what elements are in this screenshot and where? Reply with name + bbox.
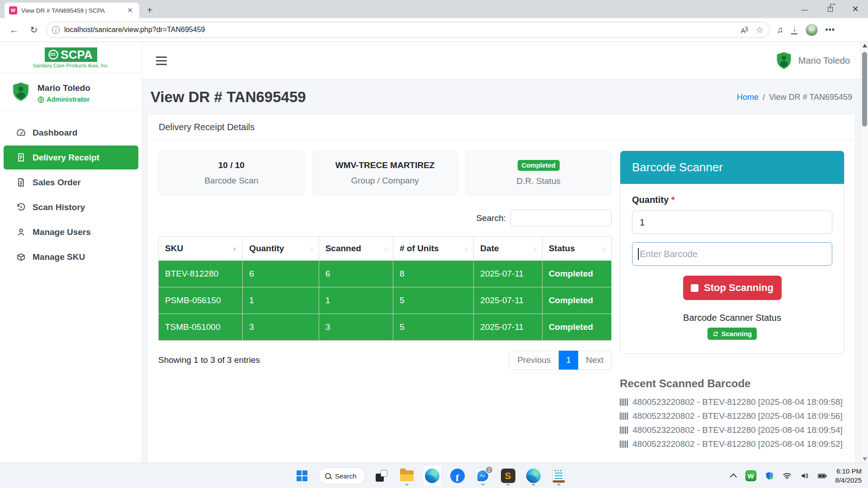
read-aloud-icon[interactable]: A)‌) <box>741 25 748 34</box>
menu-dots-icon[interactable]: ••• <box>825 25 835 35</box>
recent-scanned-title: Recent Scanned Barcode <box>620 377 844 390</box>
sidebar-item-manage-sku[interactable]: Manage SKU <box>4 245 138 269</box>
new-tab-icon[interactable]: + <box>147 5 152 15</box>
windows-taskbar: Search f 3 S W 6:10 PM 8/4/2025 <box>0 463 868 488</box>
taskbar-clock[interactable]: 6:10 PM 8/4/2025 <box>835 467 862 485</box>
address-bar[interactable]: i localhost/sanicare/view.php?dr=TAN6954… <box>46 22 769 38</box>
app-viewport: SCPA Sanitary Care Products Asia, Inc. M… <box>0 42 868 463</box>
topbar-user[interactable]: Mario Toledo <box>775 51 850 70</box>
minimize-icon[interactable]: — <box>792 0 817 18</box>
file-explorer-button[interactable] <box>398 465 416 486</box>
media-controls-icon[interactable]: ♫ <box>777 25 783 35</box>
refresh-icon[interactable]: ↻ <box>26 22 42 38</box>
breadcrumb-current: View DR # TAN695459 <box>769 93 852 102</box>
messenger-button[interactable]: 3 <box>474 465 492 486</box>
scrollbar-thumb[interactable] <box>862 52 867 127</box>
toolbar-right: ♫ ↓ ••• <box>774 24 835 36</box>
windows-security-icon[interactable] <box>765 471 774 480</box>
col-units[interactable]: # of Units↑↓ <box>393 237 474 261</box>
table-row[interactable]: TSMB-0510003352025-07-11Completed <box>159 314 612 341</box>
col-quantity[interactable]: Quantity↑↓ <box>243 237 319 261</box>
col-sku[interactable]: SKU↑↓ <box>159 237 243 261</box>
sidebar-item-dashboard[interactable]: Dashboard <box>4 121 138 145</box>
top-bar: Mario Toledo <box>142 42 868 80</box>
table-footer: Showing 1 to 3 of 3 entries Previous 1 N… <box>158 351 612 370</box>
sidebar-item-scan-history[interactable]: Scan History <box>4 195 138 219</box>
url-text[interactable]: localhost/sanicare/view.php?dr=TAN695459 <box>64 26 736 34</box>
delivery-receipt-card: Delivery Receipt Details 10 / 10 Barcode… <box>147 114 856 463</box>
downloads-icon[interactable]: ↓ <box>790 26 798 34</box>
table-row[interactable]: BTEV-8122806682025-07-11Completed <box>159 261 612 287</box>
stat-group-company: WMV-TRECE MARTIREZ Group / Company <box>312 150 458 195</box>
stop-scanning-button[interactable]: Stop Scanning <box>683 276 782 300</box>
history-icon <box>16 202 26 212</box>
folder-icon <box>400 470 414 481</box>
scroll-down-arrow-icon[interactable] <box>863 457 867 461</box>
sidebar-item-sales-order[interactable]: Sales Order <box>4 170 138 194</box>
barcode-scanner-card: Barcode Scanner Quantity * <box>620 150 844 354</box>
app-sidebar: SCPA Sanitary Care Products Asia, Inc. M… <box>0 42 142 463</box>
sort-icon: ↑↓ <box>464 245 467 252</box>
breadcrumb-separator: / <box>763 93 765 102</box>
pagination-previous[interactable]: Previous <box>509 351 559 370</box>
search-input[interactable] <box>510 210 612 226</box>
sublime-icon: S <box>501 469 515 483</box>
tab-title: View DR # TAN695459 | SCPA <box>21 7 121 14</box>
taskbar-search[interactable]: Search <box>318 467 365 484</box>
battery-charging-icon[interactable] <box>818 471 827 480</box>
start-button[interactable] <box>293 465 311 486</box>
sort-icon: ↑↓ <box>383 245 387 252</box>
sublime-text-button[interactable]: S <box>499 465 517 486</box>
facebook-icon: f <box>450 469 465 483</box>
stat-boxes: 10 / 10 Barcode Scan WMV-TRECE MARTIREZ … <box>158 150 612 195</box>
tray-chevron-icon[interactable] <box>730 473 737 480</box>
task-view-button[interactable] <box>373 465 391 486</box>
pagination-page-1[interactable]: 1 <box>559 351 578 370</box>
sort-icon: ↑↓ <box>233 245 236 252</box>
recent-scan-item: 4800523220802 - BTEV-812280 [2025-08-04 … <box>620 425 844 435</box>
messenger-icon: 3 <box>475 468 491 483</box>
table-header-row: SKU↑↓ Quantity↑↓ Scanned↑↓ # of Units↑↓ … <box>159 237 612 261</box>
quantity-input[interactable] <box>632 211 832 234</box>
restore-icon[interactable] <box>817 0 843 18</box>
page-info-icon[interactable]: i <box>52 26 60 34</box>
edge-browser-button-active[interactable] <box>423 465 441 486</box>
pagination-next[interactable]: Next <box>578 351 612 370</box>
col-scanned[interactable]: Scanned↑↓ <box>319 237 393 261</box>
breadcrumb-home-link[interactable]: Home <box>737 93 759 102</box>
col-status[interactable]: Status↑↓ <box>542 237 611 261</box>
sidebar-item-manage-users[interactable]: Manage Users <box>4 220 138 244</box>
edge-icon <box>526 469 541 483</box>
barcode-input[interactable] <box>632 242 832 266</box>
notepad-icon <box>552 469 565 483</box>
edge-browser-button-2[interactable] <box>524 465 542 486</box>
tab-close-icon[interactable]: ✕ <box>125 6 135 14</box>
close-window-icon[interactable]: ✕ <box>843 0 868 18</box>
scroll-up-arrow-icon[interactable] <box>863 44 867 47</box>
barcode-icon <box>620 399 629 406</box>
pagination: Previous 1 Next <box>509 351 612 370</box>
hamburger-menu-icon[interactable] <box>156 56 167 65</box>
sidebar-item-delivery-receipt[interactable]: Delivery Receipt <box>4 145 138 169</box>
browser-tab[interactable]: W View DR # TAN695459 | SCPA ✕ <box>5 3 139 18</box>
facebook-button[interactable]: f <box>448 465 467 486</box>
logo-tagline: Sanitary Care Products Asia, Inc. <box>0 63 142 68</box>
favorite-star-icon[interactable]: ☆ <box>756 25 764 35</box>
back-icon[interactable]: ← <box>6 22 22 38</box>
wifi-icon[interactable] <box>783 471 792 480</box>
page-scrollbar[interactable] <box>860 42 868 463</box>
clock-date: 8/4/2025 <box>835 476 862 485</box>
table-row[interactable]: PSMB-0561501152025-07-11Completed <box>159 287 612 314</box>
col-date[interactable]: Date↑↓ <box>474 237 542 261</box>
volume-icon[interactable] <box>800 471 809 480</box>
notepad-button[interactable] <box>550 465 568 486</box>
brand-logo[interactable]: SCPA Sanitary Care Products Asia, Inc. <box>0 42 142 73</box>
wampserver-tray-icon[interactable]: W <box>745 470 756 481</box>
profile-avatar[interactable] <box>806 24 818 36</box>
wamp-favicon: W <box>9 6 17 14</box>
task-view-icon <box>376 470 387 482</box>
barcode-icon <box>620 441 629 448</box>
windows-logo-icon <box>297 470 307 481</box>
tachometer-icon <box>16 128 26 137</box>
clock-time: 6:10 PM <box>835 467 862 476</box>
